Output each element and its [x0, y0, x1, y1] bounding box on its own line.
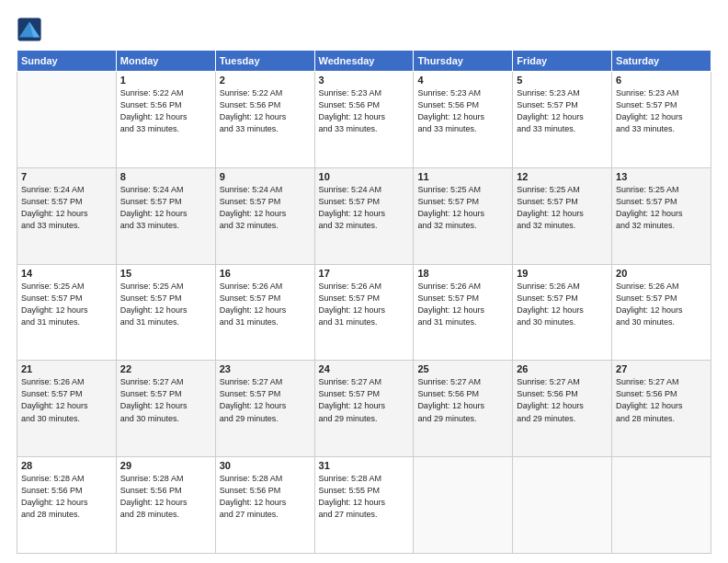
day-cell: 15Sunrise: 5:25 AMSunset: 5:57 PMDayligh…: [116, 264, 215, 361]
day-number: 22: [120, 363, 211, 374]
day-info: Sunrise: 5:23 AMSunset: 5:57 PMDaylight:…: [616, 87, 707, 135]
day-number: 7: [21, 171, 112, 182]
day-info: Sunrise: 5:27 AMSunset: 5:56 PMDaylight:…: [616, 376, 707, 424]
day-info: Sunrise: 5:25 AMSunset: 5:57 PMDaylight:…: [616, 184, 707, 232]
day-cell: 20Sunrise: 5:26 AMSunset: 5:57 PMDayligh…: [612, 264, 711, 361]
day-number: 17: [319, 268, 410, 279]
col-header-saturday: Saturday: [612, 51, 711, 72]
day-cell: 6Sunrise: 5:23 AMSunset: 5:57 PMDaylight…: [612, 72, 711, 168]
day-info: Sunrise: 5:25 AMSunset: 5:57 PMDaylight:…: [517, 184, 608, 232]
day-info: Sunrise: 5:27 AMSunset: 5:57 PMDaylight:…: [120, 376, 211, 424]
logo-icon: [17, 17, 42, 42]
day-cell: 4Sunrise: 5:23 AMSunset: 5:56 PMDaylight…: [414, 72, 513, 168]
day-info: Sunrise: 5:22 AMSunset: 5:56 PMDaylight:…: [220, 87, 311, 135]
day-number: 12: [517, 171, 608, 182]
day-number: 23: [220, 363, 311, 374]
day-info: Sunrise: 5:28 AMSunset: 5:56 PMDaylight:…: [120, 473, 211, 521]
week-row-1: 1Sunrise: 5:22 AMSunset: 5:56 PMDaylight…: [17, 72, 711, 168]
day-cell: 2Sunrise: 5:22 AMSunset: 5:56 PMDaylight…: [215, 72, 314, 168]
day-cell: 23Sunrise: 5:27 AMSunset: 5:57 PMDayligh…: [215, 361, 314, 457]
day-number: 15: [120, 268, 211, 279]
day-number: 19: [517, 268, 608, 279]
col-header-friday: Friday: [513, 51, 612, 72]
day-number: 4: [417, 75, 508, 86]
week-row-5: 28Sunrise: 5:28 AMSunset: 5:56 PMDayligh…: [17, 457, 711, 554]
day-number: 18: [417, 268, 508, 279]
day-info: Sunrise: 5:26 AMSunset: 5:57 PMDaylight:…: [220, 281, 311, 328]
logo: [17, 17, 46, 42]
day-number: 28: [21, 460, 112, 471]
col-header-thursday: Thursday: [414, 51, 513, 72]
day-cell: 12Sunrise: 5:25 AMSunset: 5:57 PMDayligh…: [513, 167, 612, 264]
day-number: 8: [120, 171, 211, 182]
day-info: Sunrise: 5:22 AMSunset: 5:56 PMDaylight:…: [120, 87, 211, 135]
col-header-sunday: Sunday: [17, 51, 117, 72]
day-cell: 19Sunrise: 5:26 AMSunset: 5:57 PMDayligh…: [513, 264, 612, 361]
day-cell: 14Sunrise: 5:25 AMSunset: 5:57 PMDayligh…: [17, 264, 117, 361]
day-number: 30: [220, 460, 311, 471]
day-cell: 7Sunrise: 5:24 AMSunset: 5:57 PMDaylight…: [17, 167, 117, 264]
day-info: Sunrise: 5:28 AMSunset: 5:56 PMDaylight:…: [220, 473, 311, 521]
day-number: 24: [319, 363, 410, 374]
day-cell: 13Sunrise: 5:25 AMSunset: 5:57 PMDayligh…: [612, 167, 711, 264]
day-info: Sunrise: 5:23 AMSunset: 5:57 PMDaylight:…: [517, 87, 608, 135]
day-cell: 27Sunrise: 5:27 AMSunset: 5:56 PMDayligh…: [612, 361, 711, 457]
day-number: 9: [220, 171, 311, 182]
day-info: Sunrise: 5:25 AMSunset: 5:57 PMDaylight:…: [21, 281, 112, 328]
day-number: 10: [319, 171, 410, 182]
day-cell: 25Sunrise: 5:27 AMSunset: 5:56 PMDayligh…: [414, 361, 513, 457]
day-info: Sunrise: 5:26 AMSunset: 5:57 PMDaylight:…: [319, 281, 410, 328]
day-cell: 1Sunrise: 5:22 AMSunset: 5:56 PMDaylight…: [116, 72, 215, 168]
day-info: Sunrise: 5:24 AMSunset: 5:57 PMDaylight:…: [120, 184, 211, 232]
day-cell: 26Sunrise: 5:27 AMSunset: 5:56 PMDayligh…: [513, 361, 612, 457]
day-info: Sunrise: 5:27 AMSunset: 5:56 PMDaylight:…: [517, 376, 608, 424]
day-info: Sunrise: 5:27 AMSunset: 5:57 PMDaylight:…: [220, 376, 311, 424]
day-cell: [513, 457, 612, 554]
day-cell: 24Sunrise: 5:27 AMSunset: 5:57 PMDayligh…: [314, 361, 414, 457]
day-cell: 28Sunrise: 5:28 AMSunset: 5:56 PMDayligh…: [17, 457, 117, 554]
day-info: Sunrise: 5:26 AMSunset: 5:57 PMDaylight:…: [21, 376, 112, 424]
day-number: 1: [120, 75, 211, 86]
day-cell: 16Sunrise: 5:26 AMSunset: 5:57 PMDayligh…: [215, 264, 314, 361]
day-info: Sunrise: 5:24 AMSunset: 5:57 PMDaylight:…: [319, 184, 410, 232]
day-cell: 21Sunrise: 5:26 AMSunset: 5:57 PMDayligh…: [17, 361, 117, 457]
week-row-4: 21Sunrise: 5:26 AMSunset: 5:57 PMDayligh…: [17, 361, 711, 457]
day-number: 3: [319, 75, 410, 86]
day-info: Sunrise: 5:26 AMSunset: 5:57 PMDaylight:…: [517, 281, 608, 328]
day-info: Sunrise: 5:26 AMSunset: 5:57 PMDaylight:…: [417, 281, 508, 328]
day-info: Sunrise: 5:26 AMSunset: 5:57 PMDaylight:…: [616, 281, 707, 328]
day-number: 26: [517, 363, 608, 374]
day-info: Sunrise: 5:24 AMSunset: 5:57 PMDaylight:…: [220, 184, 311, 232]
day-cell: 22Sunrise: 5:27 AMSunset: 5:57 PMDayligh…: [116, 361, 215, 457]
day-info: Sunrise: 5:25 AMSunset: 5:57 PMDaylight:…: [417, 184, 508, 232]
day-number: 31: [319, 460, 410, 471]
day-cell: 5Sunrise: 5:23 AMSunset: 5:57 PMDaylight…: [513, 72, 612, 168]
day-cell: [414, 457, 513, 554]
day-number: 25: [417, 363, 508, 374]
day-number: 5: [517, 75, 608, 86]
day-number: 2: [220, 75, 311, 86]
col-header-wednesday: Wednesday: [314, 51, 414, 72]
day-cell: 9Sunrise: 5:24 AMSunset: 5:57 PMDaylight…: [215, 167, 314, 264]
day-cell: [612, 457, 711, 554]
day-cell: 29Sunrise: 5:28 AMSunset: 5:56 PMDayligh…: [116, 457, 215, 554]
day-info: Sunrise: 5:23 AMSunset: 5:56 PMDaylight:…: [417, 87, 508, 135]
page: SundayMondayTuesdayWednesdayThursdayFrid…: [0, 0, 728, 563]
day-number: 11: [417, 171, 508, 182]
day-number: 29: [120, 460, 211, 471]
day-cell: 3Sunrise: 5:23 AMSunset: 5:56 PMDaylight…: [314, 72, 414, 168]
day-cell: 10Sunrise: 5:24 AMSunset: 5:57 PMDayligh…: [314, 167, 414, 264]
col-header-tuesday: Tuesday: [215, 51, 314, 72]
day-info: Sunrise: 5:27 AMSunset: 5:56 PMDaylight:…: [417, 376, 508, 424]
header: [17, 17, 711, 42]
week-row-2: 7Sunrise: 5:24 AMSunset: 5:57 PMDaylight…: [17, 167, 711, 264]
day-cell: 8Sunrise: 5:24 AMSunset: 5:57 PMDaylight…: [116, 167, 215, 264]
day-cell: 31Sunrise: 5:28 AMSunset: 5:55 PMDayligh…: [314, 457, 414, 554]
day-info: Sunrise: 5:28 AMSunset: 5:56 PMDaylight:…: [21, 473, 112, 521]
day-number: 16: [220, 268, 311, 279]
day-info: Sunrise: 5:28 AMSunset: 5:55 PMDaylight:…: [319, 473, 410, 521]
day-cell: 18Sunrise: 5:26 AMSunset: 5:57 PMDayligh…: [414, 264, 513, 361]
week-row-3: 14Sunrise: 5:25 AMSunset: 5:57 PMDayligh…: [17, 264, 711, 361]
header-row: SundayMondayTuesdayWednesdayThursdayFrid…: [17, 51, 711, 72]
day-info: Sunrise: 5:25 AMSunset: 5:57 PMDaylight:…: [120, 281, 211, 328]
